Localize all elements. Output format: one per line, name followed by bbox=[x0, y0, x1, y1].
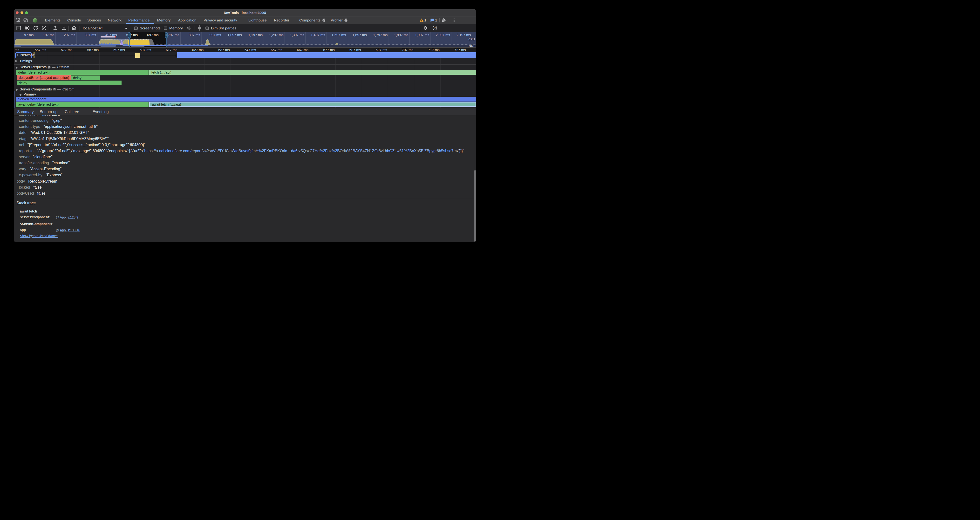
svg-text:?: ? bbox=[434, 26, 436, 30]
